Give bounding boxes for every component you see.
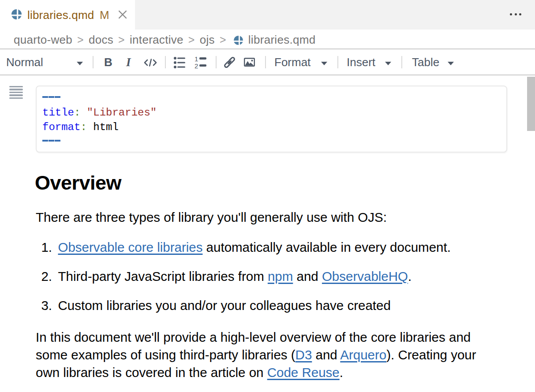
svg-text:B: B [104,57,112,68]
svg-text:I: I [126,57,131,68]
svg-text:1: 1 [195,56,198,63]
svg-text:2: 2 [195,62,198,69]
